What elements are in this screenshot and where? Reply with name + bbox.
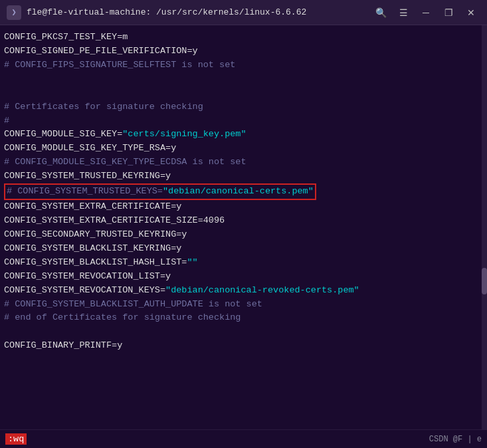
terminal-line: CONFIG_PKCS7_TEST_KEY=m [4,31,483,45]
terminal-line: # Certificates for signature checking [4,100,483,114]
title-bar-left: ❯ fle@fle-virtual-machine: /usr/src/kern… [7,5,306,20]
terminal-line: # CONFIG_FIPS_SIGNATURE_SELFTEST is not … [4,58,483,72]
terminal-line: CONFIG_MODULE_SIG_KEY_TYPE_RSA=y [4,142,483,156]
terminal-line: CONFIG_SYSTEM_REVOCATION_LIST=y [4,270,483,284]
close-button[interactable]: ✕ [462,5,480,20]
terminal-line [4,86,483,100]
menu-button[interactable]: ☰ [394,5,413,20]
terminal-line: CONFIG_SIGNED_PE_FILE_VERIFICATION=y [4,45,483,58]
terminal-line: CONFIG_SYSTEM_EXTRA_CERTIFICATE_SIZE=409… [4,214,483,228]
terminal-line: CONFIG_SYSTEM_EXTRA_CERTIFICATE=y [4,200,483,214]
terminal-line: # CONFIG_SYSTEM_BLACKLIST_AUTH_UPDATE is… [4,298,483,312]
window-controls: 🔍 ☰ ─ ❐ ✕ [371,5,480,20]
terminal-line: # CONFIG_MODULE_SIG_KEY_TYPE_ECDSA is no… [4,156,483,169]
terminal-line: CONFIG_SYSTEM_TRUSTED_KEYRING=y [4,169,483,183]
minimize-button[interactable]: ─ [417,5,435,20]
status-bar: :wq CSDN @F | e [0,429,487,448]
scrollbar[interactable] [482,25,487,429]
terminal-line [4,325,483,339]
terminal-line: CONFIG_SYSTEM_BLACKLIST_HASH_LIST="" [4,256,483,270]
title-bar: ❯ fle@fle-virtual-machine: /usr/src/kern… [0,0,487,25]
terminal-line: CONFIG_BINARY_PRINTF=y [4,339,483,353]
terminal-body: CONFIG_PKCS7_TEST_KEY=mCONFIG_SIGNED_PE_… [0,25,487,429]
terminal-line: # [4,114,483,128]
terminal-line: CONFIG_SECONDARY_TRUSTED_KEYRING=y [4,228,483,242]
search-button[interactable]: 🔍 [371,5,390,20]
terminal-line: # end of Certificates for signature chec… [4,311,483,325]
terminal-line [4,72,483,86]
terminal-line: CONFIG_SYSTEM_BLACKLIST_KEYRING=y [4,242,483,256]
status-right: CSDN @F | e [429,435,482,444]
command-input: :wq [5,433,27,445]
terminal-line: # CONFIG_SYSTEM_TRUSTED_KEYS="debian/can… [4,183,483,200]
scrollbar-thumb[interactable] [482,268,487,294]
terminal-line: CONFIG_SYSTEM_REVOCATION_KEYS="debian/ca… [4,284,483,298]
terminal-line: CONFIG_MODULE_SIG_KEY="certs/signing_key… [4,128,483,142]
window-title: fle@fle-virtual-machine: /usr/src/kernel… [27,7,306,17]
vim-command: :wq [5,433,27,445]
terminal-icon: ❯ [7,5,21,20]
maximize-button[interactable]: ❐ [439,5,458,20]
